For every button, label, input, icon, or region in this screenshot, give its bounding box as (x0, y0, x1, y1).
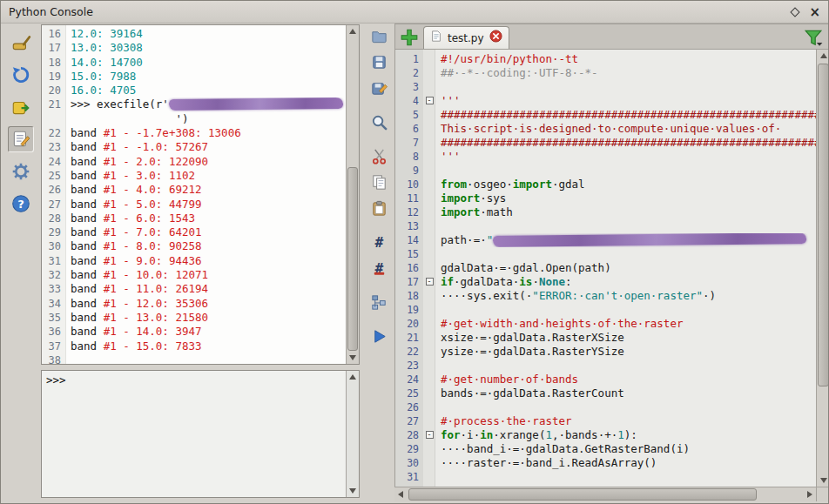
cut-button[interactable] (367, 144, 391, 167)
scrollbar-thumb[interactable] (408, 488, 757, 501)
console-input-scrollbar[interactable] (346, 371, 359, 497)
text-segment: band (71, 198, 104, 211)
console-line: 24band #1 - 2.0: 122090 (42, 155, 346, 169)
close-tab-icon[interactable] (489, 30, 502, 46)
fold-column (423, 414, 435, 428)
editor-line: 5#######################################… (395, 108, 816, 122)
text-segment: #1 - 13.0: 21580 (104, 311, 208, 324)
fold-column (423, 386, 435, 400)
text-segment: ·math (480, 205, 513, 218)
redaction-smudge (493, 233, 806, 247)
console-line: 2016.0: 4705 (42, 84, 346, 97)
editor-toolbar: ## (363, 24, 394, 494)
copy-button[interactable] (367, 171, 391, 193)
console-line: 37band #1 - 15.0: 7833 (42, 339, 346, 353)
find-text-button[interactable] (367, 111, 391, 133)
text-segment: 15.0: 7988 (71, 70, 136, 83)
text-segment: 12.0: 39164 (71, 27, 143, 40)
text-segment: ,·bands·+· (552, 428, 617, 441)
line-number: 30 (395, 456, 423, 470)
clear-console-icon (10, 32, 31, 53)
text-segment: ·gdalData· (454, 275, 519, 288)
editor-horizontal-scrollbar[interactable] (394, 487, 816, 501)
paste-button[interactable] (367, 197, 391, 219)
find-icon (370, 113, 388, 131)
text-segment: ·xrange( (493, 428, 545, 441)
object-inspector-button[interactable] (367, 291, 391, 313)
open-file-button[interactable] (367, 24, 391, 47)
scroll-left-icon[interactable] (394, 487, 407, 501)
scrollbar-thumb[interactable] (347, 167, 358, 351)
text-segment: band (71, 183, 104, 196)
console-output-panel[interactable]: 1612.0: 391641713.0: 303081814.0: 147001… (41, 24, 360, 365)
run-script-button[interactable] (367, 325, 391, 347)
scroll-up-icon[interactable] (817, 50, 829, 62)
text-segment: band (71, 282, 104, 295)
text-segment: ''' (441, 94, 461, 107)
line-number: 11 (395, 192, 423, 205)
fold-marker-icon[interactable]: - (426, 278, 434, 286)
copy-icon (370, 173, 388, 192)
text-segment: 1 (617, 428, 624, 441)
console-input-panel[interactable]: >>> (41, 370, 360, 498)
editor-tabbar: test.py (394, 24, 829, 50)
save-as-button[interactable] (367, 77, 391, 99)
fold-column (423, 108, 435, 122)
fold-column (423, 164, 435, 178)
scroll-up-icon[interactable] (347, 25, 359, 37)
line-number: 31 (395, 470, 423, 484)
text-segment: #·get·width·and·heights·of·the·raster (441, 317, 683, 330)
titlebar[interactable]: Python Console × (1, 1, 828, 24)
float-icon[interactable] (791, 7, 800, 17)
scroll-down-icon[interactable] (347, 485, 359, 497)
line-number: 28 (395, 428, 423, 442)
editor-line: 16gdalData·=·gdal.Open(path) (395, 261, 816, 275)
fold-marker-icon[interactable]: - (426, 97, 434, 104)
line-number: 27 (395, 414, 423, 428)
text-segment: path·=· (441, 233, 487, 246)
scroll-up-icon[interactable] (347, 371, 359, 383)
console-line: 32band #1 - 10.0: 12071 (42, 268, 346, 282)
close-icon[interactable]: × (809, 6, 820, 18)
editor-vertical-scrollbar[interactable] (816, 50, 829, 487)
line-number: 23 (42, 140, 66, 154)
clear-console-button[interactable] (8, 30, 34, 56)
fold-marker-icon[interactable]: - (426, 431, 434, 439)
options-button[interactable] (8, 158, 34, 185)
add-tab-button[interactable] (400, 28, 419, 47)
import-class-button[interactable] (8, 94, 34, 120)
editor-line: 18····sys.exit(·"ERROR:·can't·open·raste… (395, 289, 816, 303)
line-number: 19 (395, 303, 423, 317)
text-segment: #·get·number·of·bands (441, 373, 578, 386)
code-editor[interactable]: 1#!/usr/bin/python·-tt2##·-*-·coding:·UT… (394, 50, 816, 487)
fold-column: - (423, 94, 435, 108)
scrollbar-thumb[interactable] (818, 64, 829, 386)
object-inspector-icon (370, 293, 388, 312)
help-button[interactable]: ? (8, 191, 34, 217)
save-button[interactable] (367, 50, 391, 73)
text-segment: band (71, 155, 104, 168)
line-number: 26 (395, 400, 423, 414)
tab-test-py[interactable]: test.py (423, 26, 509, 49)
comment-button[interactable]: # (367, 231, 391, 253)
text-segment: ·) (703, 289, 716, 302)
text-segment: band (71, 225, 104, 239)
console-line: 31band #1 - 9.0: 94436 (42, 254, 346, 268)
scroll-down-icon[interactable] (817, 474, 829, 487)
fold-column (423, 373, 435, 386)
text-segment: #1 - 10.0: 12071 (104, 268, 208, 281)
run-command-button[interactable] (8, 62, 34, 88)
filter-classes-icon[interactable] (803, 27, 824, 48)
text-segment: ·sys (480, 192, 506, 205)
console-scrollbar[interactable] (346, 25, 359, 364)
editor-line: 15 (395, 247, 816, 261)
line-number: 21 (395, 331, 423, 345)
editor-line: 28-for·i·in·xrange(1,·bands·+·1): (395, 428, 816, 442)
line-number: 14 (395, 233, 423, 247)
uncomment-button[interactable]: # (367, 257, 391, 279)
scroll-down-icon[interactable] (347, 352, 359, 364)
scroll-right-icon[interactable] (804, 487, 816, 501)
editor-line: 13 (395, 219, 816, 233)
text-segment: ····sys.exit(· (441, 289, 532, 302)
show-editor-button[interactable] (8, 126, 34, 152)
